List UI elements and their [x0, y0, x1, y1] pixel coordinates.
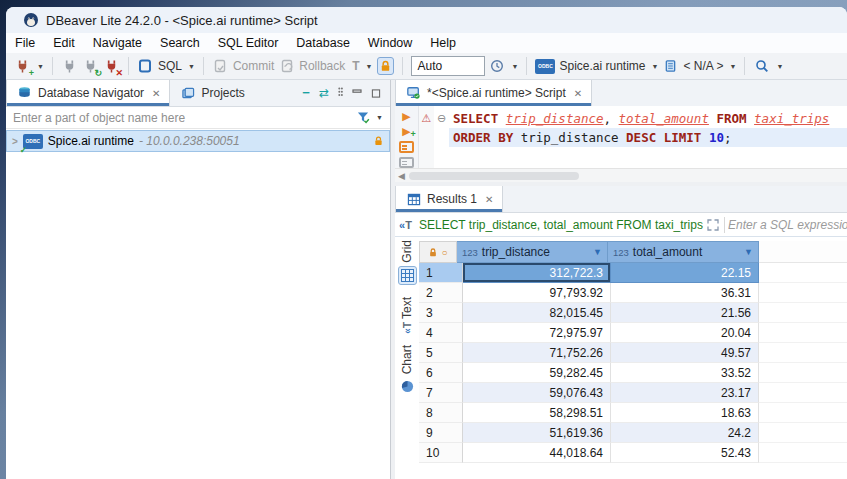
collapse-all-icon[interactable]: −	[302, 88, 310, 98]
cell-trip_distance[interactable]: 97,793.92	[463, 283, 611, 303]
results-view-tab-grid[interactable]: Grid	[398, 240, 417, 285]
results-view-tab-text[interactable]: Text «T	[400, 297, 414, 334]
database-dropdown-icon[interactable]: ▼	[730, 63, 737, 70]
tab-label: Projects	[201, 86, 244, 100]
tab-results-1[interactable]: Results 1 ✕	[395, 186, 503, 212]
filter-dropdown-icon[interactable]: ▼	[376, 114, 383, 121]
search-dropdown-icon[interactable]: ▼	[776, 63, 783, 70]
cell-trip_distance[interactable]: 82,015.45	[463, 303, 611, 323]
editor-horizontal-scrollbar[interactable]: ◀	[395, 168, 847, 183]
cell-total_amount[interactable]: 33.52	[611, 363, 759, 383]
row-number[interactable]: 9	[419, 423, 463, 443]
view-menu-icon[interactable]	[338, 87, 343, 99]
sql-editor-dropdown-icon[interactable]: ▼	[188, 63, 195, 70]
close-icon[interactable]: ✕	[485, 194, 493, 205]
row-number[interactable]: 4	[419, 323, 463, 343]
cell-total_amount[interactable]: 36.31	[611, 283, 759, 303]
script-icon[interactable]	[399, 157, 414, 169]
cell-total_amount[interactable]: 49.57	[611, 343, 759, 363]
execute-statement-icon[interactable]: ▶	[402, 111, 410, 122]
execute-script-icon[interactable]	[399, 141, 414, 153]
sql-editor-icon[interactable]	[137, 58, 154, 75]
grid-corner-cell[interactable]: ○	[419, 241, 457, 263]
cell-trip_distance[interactable]: 59,282.45	[463, 363, 611, 383]
row-number[interactable]: 1	[419, 263, 463, 283]
cell-total_amount[interactable]: 21.56	[611, 303, 759, 323]
maximize-view-icon[interactable]	[371, 89, 381, 98]
object-filter-input[interactable]: Enter a part of object name here ▼	[6, 107, 390, 129]
fold-collapse-icon[interactable]: ⊖	[434, 109, 449, 128]
tab-database-navigator[interactable]: Database Navigator ✕	[6, 80, 170, 106]
menu-file[interactable]: File	[6, 33, 44, 53]
cell-total_amount[interactable]: 24.2	[611, 423, 759, 443]
autocommit-lock-toggle[interactable]	[377, 57, 394, 75]
row-number[interactable]: 5	[419, 343, 463, 363]
row-number[interactable]: 3	[419, 303, 463, 323]
filter-expression-placeholder: Enter a SQL expression to	[728, 218, 847, 232]
code-line-2[interactable]: ORDER BY trip_distance DESC LIMIT 10;	[449, 128, 847, 147]
tab-sql-script[interactable]: *<Spice.ai runtime> Script ✕	[395, 80, 592, 106]
cell-total_amount[interactable]: 20.04	[611, 323, 759, 343]
filter-funnel-icon[interactable]	[354, 109, 371, 126]
menu-window[interactable]: Window	[359, 33, 421, 53]
menu-edit[interactable]: Edit	[44, 33, 84, 53]
disconnect-icon[interactable]: ✕	[103, 58, 120, 75]
column-header-trip-distance[interactable]: 123 trip_distance ▼	[457, 241, 608, 263]
menu-database[interactable]: Database	[287, 33, 359, 53]
cell-total_amount[interactable]: 52.43	[611, 443, 759, 463]
history-icon[interactable]	[489, 58, 506, 75]
close-icon[interactable]: ✕	[574, 88, 582, 99]
reconnect-icon[interactable]: ↻	[82, 58, 99, 75]
new-connection-icon[interactable]: +	[14, 58, 31, 75]
cell-total_amount[interactable]: 23.17	[611, 383, 759, 403]
tree-item-connection[interactable]: > ODBC✓ Spice.ai runtime - 10.0.0.238:50…	[6, 130, 390, 152]
tab-projects[interactable]: Projects	[170, 80, 253, 106]
code-line-1[interactable]: SELECT trip_distance, total_amount FROM …	[449, 109, 847, 128]
menu-search[interactable]: Search	[151, 33, 209, 53]
close-icon[interactable]: ✕	[152, 88, 160, 99]
cell-trip_distance[interactable]: 44,018.64	[463, 443, 611, 463]
row-number[interactable]: 2	[419, 283, 463, 303]
column-header-total-amount[interactable]: 123 total_amount ▼	[608, 241, 759, 263]
filter-separator	[724, 217, 725, 233]
autocommit-select[interactable]: Auto	[411, 56, 485, 76]
database-selector[interactable]: < N/A >	[683, 59, 723, 73]
connection-selector[interactable]: Spice.ai runtime	[559, 59, 645, 73]
row-number[interactable]: 8	[419, 403, 463, 423]
cell-trip_distance[interactable]: 312,722.3	[463, 263, 611, 283]
cell-trip_distance[interactable]: 58,298.51	[463, 403, 611, 423]
menu-sql-editor[interactable]: SQL Editor	[209, 33, 288, 53]
scroll-left-arrow-icon[interactable]: ◀	[398, 171, 405, 181]
expand-filter-icon[interactable]	[704, 216, 721, 233]
connect-icon[interactable]	[61, 58, 78, 75]
sort-descending-icon[interactable]: ▼	[593, 247, 602, 257]
transaction-mode-icon[interactable]: T	[352, 59, 359, 73]
cell-trip_distance[interactable]: 59,076.43	[463, 383, 611, 403]
menu-navigate[interactable]: Navigate	[84, 33, 151, 53]
scrollbar-thumb[interactable]	[409, 172, 579, 180]
menu-help[interactable]: Help	[421, 33, 465, 53]
connection-dropdown-icon[interactable]: ▼	[652, 63, 659, 70]
cell-trip_distance[interactable]: 71,752.26	[463, 343, 611, 363]
cell-total_amount[interactable]: 18.63	[611, 403, 759, 423]
results-filter-bar[interactable]: «T SELECT trip_distance, total_amount FR…	[395, 213, 847, 237]
sort-descending-icon[interactable]: ▼	[744, 247, 753, 257]
search-icon[interactable]	[753, 58, 770, 75]
sql-editor[interactable]: ▶ ▶+ ⚠ ⊖ SELECT trip_distance, total_amo…	[395, 106, 847, 168]
new-connection-dropdown-icon[interactable]: ▼	[37, 63, 44, 70]
history-dropdown-icon[interactable]: ▼	[512, 63, 519, 70]
link-with-editor-icon[interactable]: ⇄	[319, 86, 329, 100]
sql-editor-label[interactable]: SQL	[158, 59, 182, 73]
code-area[interactable]: SELECT trip_distance, total_amount FROM …	[449, 106, 847, 168]
results-view-tab-chart[interactable]: Chart	[399, 345, 416, 394]
cell-trip_distance[interactable]: 51,619.36	[463, 423, 611, 443]
row-number[interactable]: 10	[419, 443, 463, 463]
expander-icon[interactable]: >	[12, 136, 18, 147]
minimize-view-icon[interactable]	[352, 89, 362, 98]
row-number[interactable]: 7	[419, 383, 463, 403]
row-number[interactable]: 6	[419, 363, 463, 383]
cell-trip_distance[interactable]: 72,975.97	[463, 323, 611, 343]
transaction-dropdown-icon[interactable]: ▼	[366, 63, 373, 70]
cell-total_amount[interactable]: 22.15	[611, 263, 759, 283]
execute-new-tab-icon[interactable]: ▶+	[402, 126, 410, 137]
